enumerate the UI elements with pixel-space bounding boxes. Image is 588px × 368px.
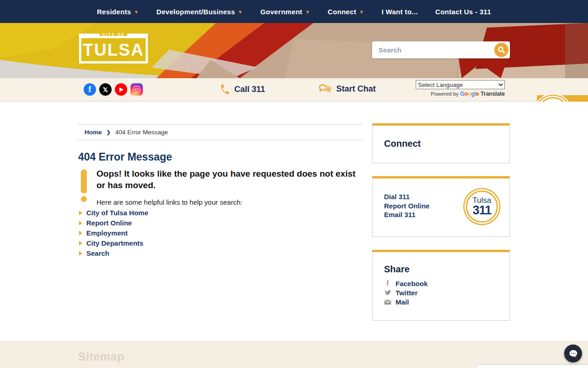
exclamation-icon [78, 168, 96, 206]
breadcrumb-current: 404 Error Message [115, 129, 168, 136]
call-311-label: Call 311 [234, 85, 265, 94]
connect-title: Connect [384, 138, 509, 149]
share-title: Share [384, 264, 509, 275]
nav-label: Connect [328, 8, 356, 16]
chevron-down-icon: ▼ [359, 9, 364, 15]
x-twitter-icon[interactable]: 𝕏 [99, 83, 112, 96]
logo-bar-left [79, 34, 100, 36]
share-twitter-link[interactable]: Twitter [384, 289, 509, 297]
link-employment[interactable]: Employment [78, 229, 148, 237]
search-icon[interactable] [494, 43, 509, 57]
share-facebook-link[interactable]: f Facebook [384, 279, 509, 288]
instagram-icon[interactable] [130, 83, 143, 96]
breadcrumb: Home ❯ 404 Error Message [78, 124, 363, 140]
start-chat-label: Start Chat [336, 84, 376, 94]
city-of-tulsa-logo[interactable]: CITY OF TULSA [79, 32, 148, 63]
google-logo: Google [460, 91, 479, 97]
breadcrumb-home-link[interactable]: Home [85, 129, 102, 136]
page-title: 404 Error Message [78, 151, 172, 163]
main-content: Home ❯ 404 Error Message 404 Error Messa… [0, 102, 588, 341]
nav-item-government[interactable]: Government▼ [260, 8, 311, 16]
arrow-right-icon [79, 221, 82, 225]
error-message-text: Oops! It looks like the page you have re… [96, 168, 363, 191]
flag-header: CITY OF TULSA [0, 23, 588, 78]
link-search[interactable]: Search [78, 249, 148, 257]
nav-label: Contact Us - 311 [435, 8, 492, 16]
chat-widget-button[interactable] [564, 345, 582, 362]
chevron-down-icon: ▼ [305, 9, 310, 15]
facebook-icon: f [384, 279, 391, 288]
connect-box: Connect [372, 123, 510, 163]
nav-item-development-business[interactable]: Development/Business▼ [157, 8, 243, 16]
nav-item-contact-us-311[interactable]: Contact Us - 311 [435, 8, 492, 16]
footer-partial-box [475, 364, 588, 368]
main-navigation: Residents▼ Development/Business▼ Governm… [0, 0, 588, 23]
logo-box: TULSA [79, 36, 148, 63]
chevron-down-icon: ▼ [134, 9, 139, 15]
twitter-icon [384, 290, 391, 296]
logo-tulsa-text: TULSA [83, 41, 144, 58]
chat-bubbles-icon [318, 83, 332, 94]
share-box: Share f Facebook Twitter Mail [372, 250, 510, 321]
nav-item-residents[interactable]: Residents▼ [97, 8, 139, 16]
social-links: f 𝕏 [84, 83, 143, 96]
arrow-right-icon [79, 231, 82, 236]
page-root: Residents▼ Development/Business▼ Governm… [0, 0, 588, 368]
nav-label: Development/Business [157, 8, 235, 16]
badge-311-text: 311 [473, 204, 492, 217]
nav-label: Residents [97, 8, 131, 16]
logo-city-of-text: CITY OF [100, 32, 127, 37]
arrow-right-icon [79, 211, 82, 215]
language-select[interactable]: Select Language [416, 80, 505, 89]
phone-icon [220, 84, 230, 95]
link-city-departments[interactable]: City Departments [78, 239, 148, 247]
utility-bar: f 𝕏 Call 311 Start Chat Sele [0, 78, 588, 102]
tulsa-311-badge[interactable]: Tulsa 311 [466, 190, 498, 223]
logo-bar-right [127, 34, 148, 36]
nav-label: Government [260, 8, 302, 16]
search-input[interactable] [372, 46, 494, 54]
footer: Sitemap [0, 341, 588, 368]
link-city-of-tulsa-home[interactable]: City of Tulsa Home [78, 209, 148, 217]
arrow-right-icon [79, 251, 82, 256]
search-bar [372, 41, 510, 58]
mail-icon [384, 299, 391, 305]
help-intro-text: Here are some helpful links to help your… [96, 198, 363, 206]
nav-label: I Want to... [382, 8, 418, 16]
nav-item-connect[interactable]: Connect▼ [328, 8, 364, 16]
arrow-right-icon [79, 241, 82, 246]
share-mail-link[interactable]: Mail [384, 298, 509, 306]
language-widget: Select Language Powered by Google Transl… [416, 80, 505, 97]
chat-bubble-icon [568, 349, 578, 358]
google-translate-attribution[interactable]: Powered by Google Translate [416, 91, 505, 97]
call-311-link[interactable]: Call 311 [220, 84, 265, 95]
dial-311-box: Dial 311 Report Online Email 311 Tulsa 3… [372, 176, 510, 237]
error-message-block: Oops! It looks like the page you have re… [78, 168, 363, 206]
sitemap-heading: Sitemap [78, 350, 124, 363]
link-report-online[interactable]: Report Online [78, 219, 148, 227]
chevron-down-icon: ▼ [238, 9, 243, 15]
breadcrumb-separator-icon: ❯ [107, 129, 111, 135]
facebook-icon[interactable]: f [84, 83, 96, 96]
nav-item-i-want-to[interactable]: I Want to... [382, 8, 418, 16]
helpful-links-list: City of Tulsa Home Report Online Employm… [78, 209, 148, 259]
youtube-icon[interactable] [115, 83, 127, 96]
start-chat-link[interactable]: Start Chat [318, 83, 376, 94]
